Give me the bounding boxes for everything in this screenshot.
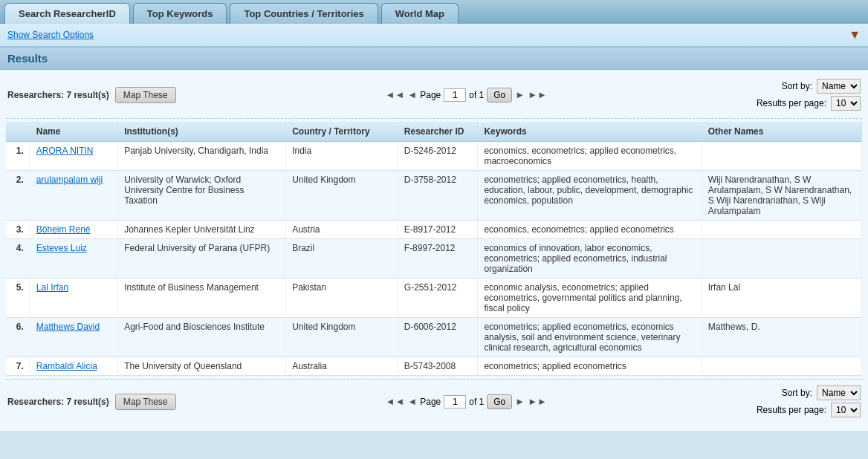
next-page-btn-top[interactable]: ► — [515, 89, 525, 100]
row-other-names: Wiji Narendranathan, S W Arulampalam, S … — [702, 171, 861, 221]
dropdown-arrow-icon: ▼ — [849, 28, 861, 42]
researcher-name-link[interactable]: Lal Irfan — [36, 282, 68, 293]
tab-top-countries-territories[interactable]: Top Countries / Territories — [230, 3, 378, 24]
researchers-count-top: Researchers: 7 result(s) — [7, 90, 109, 100]
top-divider — [6, 118, 862, 119]
tab-world-map[interactable]: World Map — [381, 3, 459, 24]
per-page-row-bottom: Results per page: 10 — [757, 403, 861, 417]
page-label-top: Page — [420, 90, 441, 100]
tab-top-keywords[interactable]: Top Keywords — [133, 3, 227, 24]
prev-page-btn-bottom[interactable]: ◄ — [407, 396, 417, 407]
table-row: 1.ARORA NITINPanjab University, Chandiga… — [6, 142, 862, 171]
col-header-num — [6, 122, 30, 142]
table-row: 2.arulampalam wijiUniversity of Warwick;… — [6, 171, 862, 221]
row-other-names: Matthews, D. — [702, 318, 861, 357]
row-number: 2. — [6, 171, 30, 221]
researcher-name-link[interactable]: Rambaldi Alicia — [36, 361, 97, 371]
researcher-name-link[interactable]: Matthews David — [36, 322, 100, 332]
researcher-name-link[interactable]: arulampalam wiji — [36, 175, 103, 185]
row-institution: Johannes Kepler Universität Linz — [118, 221, 286, 239]
bottom-toolbar-right: Sort by: Name Results per page: 10 — [757, 385, 861, 417]
pagination-top: ◄◄ ◄ Page of 1 Go ► ►► — [386, 88, 547, 102]
researcher-name-link[interactable]: ARORA NITIN — [36, 146, 94, 156]
tab-bar: Search ResearcherID Top Keywords Top Cou… — [0, 0, 868, 24]
row-name: ARORA NITIN — [30, 142, 117, 171]
row-name: Esteves Luiz — [30, 239, 117, 279]
page-input-top[interactable] — [444, 88, 466, 102]
search-options-bar: Show Search Options ▼ — [0, 24, 868, 47]
sort-select-bottom[interactable]: Name — [817, 385, 861, 400]
row-researcher-id: D-6006-2012 — [398, 318, 478, 357]
col-header-rid: Researcher ID — [398, 122, 478, 142]
bottom-toolbar-left: Researchers: 7 result(s) Map These — [7, 394, 176, 410]
table-row: 4.Esteves LuizFederal University of Para… — [6, 239, 862, 279]
tab-search-researcher-id[interactable]: Search ResearcherID — [4, 3, 130, 24]
table-row: 7.Rambaldi AliciaThe University of Queen… — [6, 357, 862, 376]
row-keywords: economics, econometrics; applied econome… — [478, 221, 702, 239]
col-header-other-names: Other Names — [702, 122, 861, 142]
row-name: Böheim René — [30, 221, 117, 239]
row-number: 4. — [6, 239, 30, 279]
row-keywords: economics, econometrics; applied econome… — [478, 142, 702, 171]
per-page-select-bottom[interactable]: 10 — [831, 403, 861, 417]
per-page-select-top[interactable]: 10 — [831, 96, 861, 111]
last-page-btn-bottom[interactable]: ►► — [528, 396, 547, 407]
sort-by-label-bottom: Sort by: — [782, 388, 812, 398]
row-country: Pakistan — [286, 279, 398, 318]
of-label-top: of 1 — [469, 90, 484, 100]
sort-select-top[interactable]: Name — [817, 79, 861, 94]
col-header-institution: Institution(s) — [118, 122, 286, 142]
row-researcher-id: D-3758-2012 — [398, 171, 478, 221]
map-these-button-top[interactable]: Map These — [115, 87, 176, 103]
row-other-names — [702, 239, 861, 279]
table-header-row: Name Institution(s) Country / Territory … — [6, 122, 862, 142]
col-header-country: Country / Territory — [286, 122, 398, 142]
row-researcher-id: D-5246-2012 — [398, 142, 478, 171]
row-institution: Agri-Food and Biosciences Institute — [118, 318, 286, 357]
row-name: arulampalam wiji — [30, 171, 117, 221]
top-toolbar-left: Researchers: 7 result(s) Map These — [7, 87, 176, 103]
per-page-row-top: Results per page: 10 — [757, 96, 861, 111]
row-country: India — [286, 142, 398, 171]
next-page-btn-bottom[interactable]: ► — [515, 396, 525, 407]
row-keywords: economics of innovation, labor economics… — [478, 239, 702, 279]
table-row: 6.Matthews DavidAgri-Food and Bioscience… — [6, 318, 862, 357]
map-these-button-bottom[interactable]: Map These — [115, 394, 176, 410]
row-institution: Institute of Business Management — [118, 279, 286, 318]
col-header-keywords: Keywords — [478, 122, 702, 142]
first-page-btn-top[interactable]: ◄◄ — [386, 89, 405, 100]
prev-page-btn-top[interactable]: ◄ — [407, 89, 417, 100]
col-header-name: Name — [30, 122, 117, 142]
last-page-btn-top[interactable]: ►► — [528, 89, 547, 100]
of-label-bottom: of 1 — [469, 397, 484, 407]
sort-row-bottom: Sort by: Name — [782, 385, 861, 400]
researcher-name-link[interactable]: Böheim René — [36, 224, 91, 235]
row-institution: University of Warwick; Oxford University… — [118, 171, 286, 221]
row-other-names — [702, 221, 861, 239]
go-btn-top[interactable]: Go — [487, 88, 512, 102]
row-number: 1. — [6, 142, 30, 171]
first-page-btn-bottom[interactable]: ◄◄ — [386, 396, 405, 407]
sort-row-top: Sort by: Name — [782, 79, 861, 94]
row-researcher-id: B-5743-2008 — [398, 357, 478, 376]
row-keywords: econometrics; applied econometrics, heal… — [478, 171, 702, 221]
row-name: Lal Irfan — [30, 279, 117, 318]
row-other-names — [702, 357, 861, 376]
researchers-count-bottom: Researchers: 7 result(s) — [7, 397, 109, 407]
row-other-names — [702, 142, 861, 171]
row-name: Matthews David — [30, 318, 117, 357]
row-keywords: econometrics; applied econometrics, econ… — [478, 318, 702, 357]
pagination-bottom: ◄◄ ◄ Page of 1 Go ► ►► — [386, 394, 547, 409]
row-keywords: economic analysis, econometrics; applied… — [478, 279, 702, 318]
show-search-options-link[interactable]: Show Search Options — [7, 30, 94, 40]
row-country: United Kingdom — [286, 171, 398, 221]
row-number: 7. — [6, 357, 30, 376]
page-input-bottom[interactable] — [444, 395, 466, 408]
row-researcher-id: E-8917-2012 — [398, 221, 478, 239]
sort-by-label-top: Sort by: — [782, 81, 812, 91]
table-row: 3.Böheim RenéJohannes Kepler Universität… — [6, 221, 862, 239]
researcher-name-link[interactable]: Esteves Luiz — [36, 243, 87, 253]
row-institution: The University of Queensland — [118, 357, 286, 376]
row-country: Brazil — [286, 239, 398, 279]
go-btn-bottom[interactable]: Go — [487, 394, 512, 409]
